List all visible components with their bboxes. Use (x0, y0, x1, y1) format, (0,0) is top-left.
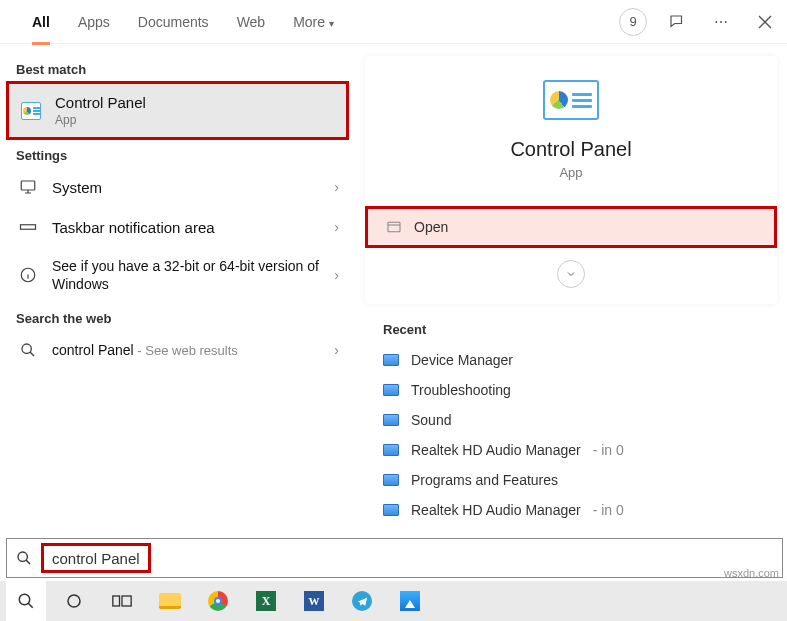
settings-mini-icon (383, 444, 399, 456)
svg-rect-8 (113, 596, 120, 606)
section-recent: Recent (365, 304, 777, 345)
chevron-right-icon: › (334, 219, 339, 235)
svg-rect-1 (21, 225, 36, 230)
search-bar[interactable]: control Panel (6, 538, 783, 578)
taskbar-photos-icon[interactable] (390, 581, 430, 621)
chevron-right-icon: › (334, 267, 339, 283)
control-panel-icon (21, 101, 41, 121)
open-icon (386, 219, 402, 235)
info-icon (18, 265, 38, 285)
taskbar: X W (0, 581, 787, 621)
svg-rect-9 (122, 596, 131, 606)
preview-title: Control Panel (365, 138, 777, 161)
settings-mini-icon (383, 414, 399, 426)
recent-item[interactable]: Realtek HD Audio Manager - in 0 (365, 435, 777, 465)
chevron-right-icon: › (334, 342, 339, 358)
results-left-pane: Best match Control Panel App Settings Sy… (0, 44, 355, 534)
settings-mini-icon (383, 474, 399, 486)
feedback-icon[interactable] (659, 4, 695, 40)
recent-item[interactable]: Troubleshooting (365, 375, 777, 405)
taskbar-excel-icon[interactable]: X (246, 581, 286, 621)
preview-card: Control Panel App Open (365, 56, 777, 304)
svg-point-3 (22, 344, 31, 353)
taskbar-word-icon[interactable]: W (294, 581, 334, 621)
svg-point-7 (68, 595, 80, 607)
result-web-search[interactable]: control Panel - See web results › (6, 330, 349, 370)
recent-item[interactable]: Programs and Features (365, 465, 777, 495)
recent-item[interactable]: Device Manager (365, 345, 777, 375)
open-button[interactable]: Open (365, 206, 777, 248)
search-input[interactable]: control Panel (41, 543, 151, 573)
control-panel-icon (543, 80, 599, 120)
preview-subtitle: App (365, 165, 777, 180)
svg-rect-4 (388, 222, 400, 231)
settings-mini-icon (383, 384, 399, 396)
tab-documents[interactable]: Documents (124, 0, 223, 44)
preview-pane: Control Panel App Open Recent Device Man… (355, 44, 787, 534)
taskbar-chrome-icon[interactable] (198, 581, 238, 621)
taskbar-search-button[interactable] (6, 581, 46, 621)
recent-item[interactable]: Realtek HD Audio Manager - in 0 (365, 495, 777, 525)
tab-web[interactable]: Web (223, 0, 280, 44)
settings-mini-icon (383, 504, 399, 516)
taskbar-taskview-icon[interactable] (102, 581, 142, 621)
search-icon (18, 340, 38, 360)
tab-all[interactable]: All (18, 0, 64, 44)
section-best-match: Best match (6, 54, 349, 81)
chevron-right-icon: › (334, 179, 339, 195)
account-badge[interactable]: 9 (615, 4, 651, 40)
taskbar-explorer-icon[interactable] (150, 581, 190, 621)
watermark: wsxdn.com (724, 567, 779, 579)
tab-more[interactable]: More▾ (279, 0, 348, 44)
section-settings: Settings (6, 140, 349, 167)
chevron-down-icon: ▾ (329, 18, 334, 29)
section-search-web: Search the web (6, 303, 349, 330)
taskbar-cortana-icon[interactable] (54, 581, 94, 621)
result-control-panel[interactable]: Control Panel App (6, 81, 349, 140)
svg-point-5 (18, 552, 27, 561)
search-tabs: All Apps Documents Web More▾ 9 ⋯ (0, 0, 787, 44)
result-bit-check[interactable]: See if you have a 32-bit or 64-bit versi… (6, 247, 349, 303)
search-icon (7, 550, 41, 566)
monitor-icon (18, 177, 38, 197)
taskbar-icon (18, 217, 38, 237)
more-options-icon[interactable]: ⋯ (703, 4, 739, 40)
tab-apps[interactable]: Apps (64, 0, 124, 44)
close-icon[interactable] (747, 4, 783, 40)
recent-item[interactable]: Sound (365, 405, 777, 435)
settings-mini-icon (383, 354, 399, 366)
taskbar-telegram-icon[interactable] (342, 581, 382, 621)
svg-point-6 (19, 594, 30, 605)
result-taskbar-notif[interactable]: Taskbar notification area › (6, 207, 349, 247)
result-subtitle: App (55, 113, 336, 127)
result-system[interactable]: System › (6, 167, 349, 207)
svg-rect-0 (21, 181, 35, 190)
expand-actions-button[interactable] (557, 260, 585, 288)
result-title: Control Panel (55, 94, 336, 111)
